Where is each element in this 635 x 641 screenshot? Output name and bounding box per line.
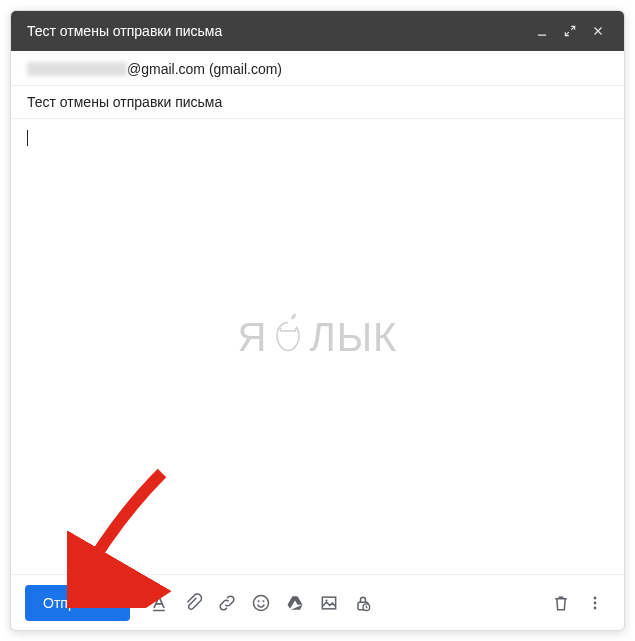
attach-button[interactable] bbox=[178, 585, 208, 621]
watermark-left: Я bbox=[238, 315, 268, 360]
lock-clock-icon bbox=[353, 593, 373, 613]
formatting-button[interactable] bbox=[144, 585, 174, 621]
text-cursor bbox=[27, 130, 28, 146]
svg-point-3 bbox=[258, 600, 260, 602]
subject-field[interactable] bbox=[11, 86, 624, 119]
svg-point-6 bbox=[326, 599, 328, 601]
redacted-recipient bbox=[27, 62, 127, 76]
svg-point-11 bbox=[594, 606, 597, 609]
watermark-right: ЛЫК bbox=[309, 315, 397, 360]
more-icon bbox=[585, 593, 605, 613]
close-icon bbox=[591, 24, 605, 38]
link-button[interactable] bbox=[212, 585, 242, 621]
trash-icon bbox=[551, 593, 571, 613]
discard-button[interactable] bbox=[546, 585, 576, 621]
minimize-button[interactable] bbox=[528, 17, 556, 45]
svg-point-9 bbox=[594, 596, 597, 599]
titlebar: Тест отмены отправки письма bbox=[11, 11, 624, 51]
confidential-button[interactable] bbox=[348, 585, 378, 621]
recipient-text: @gmail.com (gmail.com) bbox=[127, 61, 282, 77]
drive-icon bbox=[285, 593, 305, 613]
paperclip-icon bbox=[183, 593, 203, 613]
svg-point-2 bbox=[254, 595, 269, 610]
watermark: Я ЛЫК bbox=[238, 313, 398, 362]
emoji-button[interactable] bbox=[246, 585, 276, 621]
emoji-icon bbox=[251, 593, 271, 613]
message-body[interactable]: Я ЛЫК bbox=[11, 119, 624, 574]
send-button[interactable]: Отправить bbox=[25, 585, 130, 621]
insert-image-button[interactable] bbox=[314, 585, 344, 621]
svg-point-4 bbox=[263, 600, 265, 602]
recipients-field[interactable]: @gmail.com (gmail.com) bbox=[11, 51, 624, 86]
compose-window: Тест отмены отправки письма @gmail.com (… bbox=[10, 10, 625, 631]
svg-point-10 bbox=[594, 601, 597, 604]
subject-input[interactable] bbox=[27, 94, 608, 110]
apple-icon bbox=[270, 313, 306, 362]
expand-button[interactable] bbox=[556, 17, 584, 45]
expand-icon bbox=[563, 24, 577, 38]
more-options-button[interactable] bbox=[580, 585, 610, 621]
drive-button[interactable] bbox=[280, 585, 310, 621]
minimize-icon bbox=[535, 24, 549, 38]
format-icon bbox=[149, 593, 169, 613]
close-button[interactable] bbox=[584, 17, 612, 45]
window-title: Тест отмены отправки письма bbox=[27, 23, 528, 39]
link-icon bbox=[217, 593, 237, 613]
svg-rect-5 bbox=[323, 597, 336, 609]
compose-toolbar: Отправить bbox=[11, 574, 624, 630]
image-icon bbox=[319, 593, 339, 613]
